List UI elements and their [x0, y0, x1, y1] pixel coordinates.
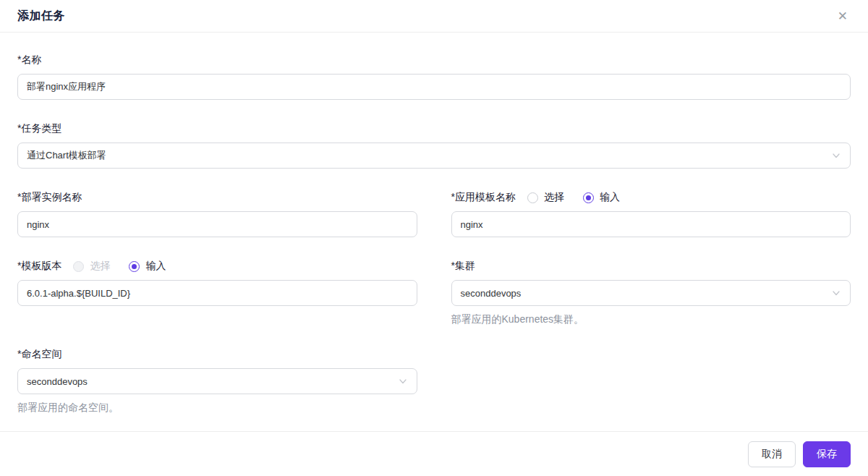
field-app-template-name: *应用模板名称 选择 输入: [451, 190, 851, 237]
app-template-name-input[interactable]: [451, 211, 851, 237]
row-version-cluster: *模板版本 选择 输入: [17, 259, 851, 326]
radio-label: 输入: [600, 191, 620, 204]
row-instance-apptemplate: *部署实例名称 *应用模板名称 选择: [17, 190, 851, 237]
app-template-radio-input[interactable]: 输入: [583, 191, 620, 204]
radio-unselected-icon: [527, 192, 538, 203]
radio-disabled-icon: [73, 261, 84, 272]
field-cluster: *集群 seconddevops 部署应用的Kubernetes集群。: [451, 259, 851, 326]
radio-label: 选择: [544, 191, 564, 204]
field-task-type: *任务类型 通过Chart模板部署: [17, 122, 851, 169]
radio-selected-icon: [583, 192, 594, 203]
dialog-title: 添加任务: [17, 9, 65, 24]
template-version-radio-input[interactable]: 输入: [129, 260, 166, 273]
cancel-button[interactable]: 取消: [748, 441, 796, 467]
cluster-select[interactable]: seconddevops: [451, 280, 851, 306]
cluster-help-text: 部署应用的Kubernetes集群。: [451, 313, 851, 326]
template-version-source-radio-group: 选择 输入: [73, 260, 166, 273]
radio-label: 输入: [145, 260, 166, 273]
dialog-header: 添加任务 ✕: [0, 0, 868, 33]
add-task-dialog: 添加任务 ✕ *名称 *任务类型 通过Chart模板部署: [0, 0, 868, 476]
instance-name-label: *部署实例名称: [17, 191, 82, 204]
dialog-body: *名称 *任务类型 通过Chart模板部署 *部署实例名称: [0, 33, 868, 431]
chevron-down-icon: [831, 288, 841, 298]
app-template-radio-select[interactable]: 选择: [527, 191, 564, 204]
template-version-radio-select: 选择: [73, 260, 110, 273]
instance-name-input[interactable]: [17, 211, 417, 237]
namespace-selected-value: seconddevops: [27, 376, 88, 387]
template-version-label: *模板版本: [17, 260, 61, 273]
field-instance-name: *部署实例名称: [17, 190, 417, 237]
field-template-version: *模板版本 选择 输入: [17, 259, 417, 306]
task-type-select[interactable]: 通过Chart模板部署: [17, 143, 851, 169]
chevron-down-icon: [831, 150, 841, 161]
task-type-label: *任务类型: [17, 122, 61, 135]
app-template-name-label: *应用模板名称: [451, 191, 516, 204]
name-input[interactable]: [17, 74, 851, 100]
namespace-select[interactable]: seconddevops: [17, 368, 417, 394]
namespace-help-text: 部署应用的命名空间。: [17, 401, 417, 414]
namespace-label: *命名空间: [17, 348, 61, 361]
close-icon[interactable]: ✕: [835, 9, 851, 24]
row-namespace: *命名空间 seconddevops 部署应用的命名空间。: [17, 347, 851, 414]
task-type-selected-value: 通过Chart模板部署: [27, 149, 106, 162]
save-button[interactable]: 保存: [803, 441, 851, 467]
radio-selected-icon: [129, 261, 140, 272]
cluster-selected-value: seconddevops: [461, 288, 522, 299]
radio-label: 选择: [90, 260, 110, 273]
dialog-footer: 取消 保存: [0, 431, 868, 476]
name-label: *名称: [17, 54, 41, 67]
chevron-down-icon: [398, 376, 408, 386]
app-template-source-radio-group: 选择 输入: [527, 191, 620, 204]
template-version-input[interactable]: [17, 280, 417, 306]
cluster-label: *集群: [451, 260, 475, 273]
field-namespace: *命名空间 seconddevops 部署应用的命名空间。: [17, 347, 417, 414]
field-name: *名称: [17, 53, 851, 100]
